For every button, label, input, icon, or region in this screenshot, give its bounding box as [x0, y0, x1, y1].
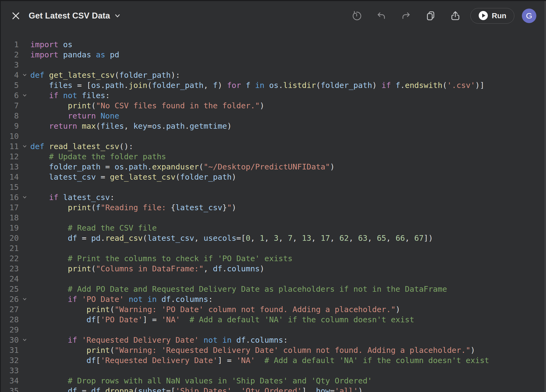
- code-line[interactable]: 30 if 'Requested Delivery Date' not in d…: [0, 335, 546, 345]
- close-button[interactable]: [10, 10, 21, 21]
- code-line[interactable]: 3: [0, 60, 546, 70]
- line-number: 10: [0, 131, 19, 141]
- code-line[interactable]: 12 # Update the folder paths: [0, 151, 546, 162]
- history-icon: [351, 10, 362, 21]
- line-number: 8: [0, 111, 19, 121]
- redo-button[interactable]: [400, 10, 412, 22]
- code-line[interactable]: 29: [0, 325, 546, 335]
- line-number: 3: [0, 60, 19, 70]
- line-number: 5: [0, 80, 19, 90]
- code-text: print(f"Reading file: {latest_csv}"): [30, 202, 236, 213]
- fold-gutter: [19, 223, 30, 233]
- fold-chevron-icon[interactable]: [19, 90, 30, 101]
- code-line[interactable]: 10: [0, 131, 546, 141]
- line-number: 1: [0, 39, 19, 50]
- code-line[interactable]: 35 df = df.dropna(subset=['Ship Dates', …: [0, 386, 546, 392]
- code-line[interactable]: 34 # Drop rows with all NaN values in 'S…: [0, 376, 546, 386]
- code-text: # Print the columns to check if 'PO Date…: [30, 253, 293, 264]
- fold-gutter: [19, 60, 30, 70]
- script-title-dropdown[interactable]: Get Latest CSV Data: [29, 11, 121, 21]
- code-text: return None: [30, 111, 119, 121]
- chevron-down-icon: [114, 13, 121, 20]
- code-line[interactable]: 1import os: [0, 39, 546, 50]
- fold-chevron-icon[interactable]: [19, 141, 30, 151]
- code-line[interactable]: 2import pandas as pd: [0, 50, 546, 60]
- fold-gutter: [19, 253, 30, 264]
- share-button[interactable]: [449, 10, 461, 22]
- code-line[interactable]: 18: [0, 213, 546, 223]
- fold-gutter: [19, 365, 30, 376]
- code-line[interactable]: 21: [0, 243, 546, 253]
- line-number: 35: [0, 386, 19, 392]
- code-text: folder_path = os.path.expanduser("~/Desk…: [30, 162, 335, 172]
- run-button[interactable]: Run: [470, 8, 514, 24]
- fold-gutter: [19, 172, 30, 182]
- redo-icon: [401, 11, 411, 21]
- code-line[interactable]: 27 print("Warning: 'PO Date' column not …: [0, 304, 546, 315]
- code-line[interactable]: 22 # Print the columns to check if 'PO D…: [0, 253, 546, 264]
- line-number: 13: [0, 162, 19, 172]
- code-text: # Update the folder paths: [30, 151, 166, 162]
- code-text: def read_latest_csv():: [30, 141, 133, 151]
- line-number: 12: [0, 151, 19, 162]
- code-text: if 'Requested Delivery Date' not in df.c…: [30, 335, 288, 345]
- code-line[interactable]: 23 print("Columns in DataFrame:", df.col…: [0, 264, 546, 274]
- run-button-label: Run: [492, 12, 506, 20]
- code-line[interactable]: 16 if latest_csv:: [0, 192, 546, 202]
- line-number: 17: [0, 202, 19, 213]
- code-line[interactable]: 15: [0, 182, 546, 192]
- code-line[interactable]: 33: [0, 365, 546, 376]
- code-text: print("Columns in DataFrame:", df.column…: [30, 264, 264, 274]
- code-editor[interactable]: 1import os2import pandas as pd34def get_…: [0, 39, 546, 392]
- code-line[interactable]: 14 latest_csv = get_latest_csv(folder_pa…: [0, 172, 546, 182]
- scrollbar-track[interactable]: [544, 1, 546, 392]
- code-line[interactable]: 7 print("No CSV files found in the folde…: [0, 101, 546, 111]
- code-text: print("No CSV files found in the folder.…: [30, 101, 264, 111]
- line-number: 32: [0, 355, 19, 365]
- fold-gutter: [19, 50, 30, 60]
- line-number: 18: [0, 213, 19, 223]
- line-number: 6: [0, 90, 19, 101]
- code-line[interactable]: 11def read_latest_csv():: [0, 141, 546, 151]
- line-number: 2: [0, 50, 19, 60]
- line-number: 33: [0, 365, 19, 376]
- code-text: print("Warning: 'Requested Delivery Date…: [30, 345, 475, 355]
- duplicate-button[interactable]: [425, 10, 437, 22]
- code-line[interactable]: 26 if 'PO Date' not in df.columns:: [0, 294, 546, 304]
- code-text: df['PO Date'] = 'NA' # Add a default 'NA…: [30, 315, 414, 325]
- line-number: 28: [0, 315, 19, 325]
- fold-chevron-icon[interactable]: [19, 192, 30, 202]
- line-number: 16: [0, 192, 19, 202]
- code-line[interactable]: 19 # Read the CSV file: [0, 223, 546, 233]
- code-line[interactable]: 4def get_latest_csv(folder_path):: [0, 70, 546, 80]
- close-icon: [11, 11, 21, 21]
- code-line[interactable]: 8 return None: [0, 111, 546, 121]
- undo-button[interactable]: [375, 10, 387, 22]
- code-text: return max(files, key=os.path.getmtime): [30, 121, 232, 131]
- code-line[interactable]: 24: [0, 274, 546, 284]
- code-line[interactable]: 17 print(f"Reading file: {latest_csv}"): [0, 202, 546, 213]
- fold-gutter: [19, 101, 30, 111]
- code-line[interactable]: 28 df['PO Date'] = 'NA' # Add a default …: [0, 315, 546, 325]
- fold-gutter: [19, 325, 30, 335]
- line-number: 22: [0, 253, 19, 264]
- code-line[interactable]: 20 df = pd.read_csv(latest_csv, usecols=…: [0, 233, 546, 243]
- fold-chevron-icon[interactable]: [19, 294, 30, 304]
- fold-chevron-icon[interactable]: [19, 70, 30, 80]
- avatar[interactable]: G: [522, 9, 536, 23]
- fold-gutter: [19, 284, 30, 294]
- line-number: 21: [0, 243, 19, 253]
- history-button[interactable]: [351, 10, 363, 22]
- code-line[interactable]: 6 if not files:: [0, 90, 546, 101]
- line-number: 7: [0, 101, 19, 111]
- code-line[interactable]: 31 print("Warning: 'Requested Delivery D…: [0, 345, 546, 355]
- play-icon: [478, 11, 488, 21]
- fold-gutter: [19, 304, 30, 315]
- fold-gutter: [19, 274, 30, 284]
- code-line[interactable]: 5 files = [os.path.join(folder_path, f) …: [0, 80, 546, 90]
- code-line[interactable]: 9 return max(files, key=os.path.getmtime…: [0, 121, 546, 131]
- fold-chevron-icon[interactable]: [19, 335, 30, 345]
- code-line[interactable]: 13 folder_path = os.path.expanduser("~/D…: [0, 162, 546, 172]
- code-line[interactable]: 32 df['Requested Delivery Date'] = 'NA' …: [0, 355, 546, 365]
- code-line[interactable]: 25 # Add PO Date and Requested Delivery …: [0, 284, 546, 294]
